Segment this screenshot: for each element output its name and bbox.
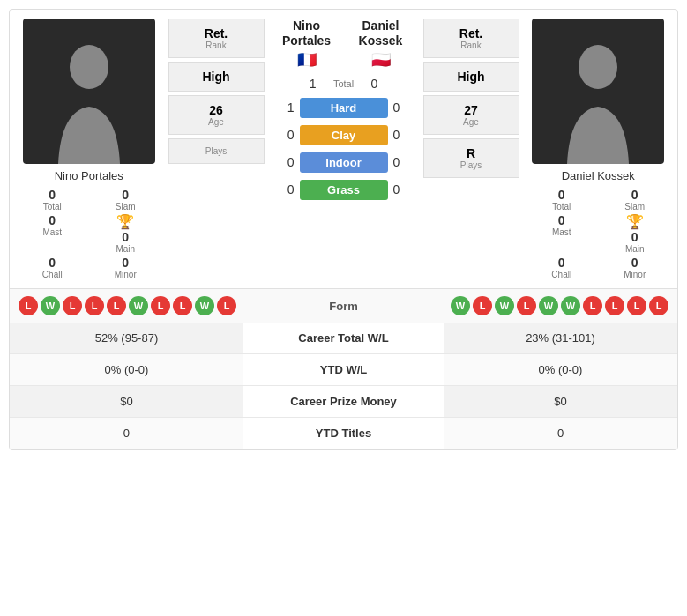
- left-form-badge: L: [151, 296, 170, 315]
- stats-row: 52% (95-87) Career Total W/L 23% (31-101…: [10, 323, 677, 354]
- left-age-box: 26 Age: [168, 95, 265, 135]
- center-stats: Nino Portales 🇫🇷 Daniel Kossek 🇵🇱 1 Tota…: [265, 19, 423, 279]
- left-avatar-silhouette: [45, 41, 133, 164]
- stats-center-3: YTD Titles: [243, 418, 444, 449]
- stats-right-2: $0: [444, 386, 677, 418]
- left-player-header-name: Nino Portales 🇫🇷: [272, 19, 342, 70]
- left-high-box: High: [168, 62, 265, 92]
- stats-center-0: Career Total W/L: [243, 323, 444, 354]
- stats-left-2: $0: [10, 386, 243, 418]
- right-total-stat: 0 Total: [532, 188, 591, 212]
- right-form-badge: W: [539, 296, 558, 315]
- left-mast-stat: 0 Mast: [23, 213, 82, 254]
- right-avatar-silhouette: [554, 41, 642, 164]
- right-form-badge: L: [649, 296, 668, 315]
- right-plays-box: R Plays: [423, 138, 519, 178]
- stats-center-1: YTD W/L: [243, 354, 444, 386]
- left-minor-stat: 0 Minor: [96, 256, 155, 279]
- stats-row: 0 YTD Titles 0: [10, 418, 677, 449]
- hard-row: 1 Hard 0: [268, 94, 420, 122]
- stats-left-0: 52% (95-87): [10, 323, 243, 354]
- form-label: Form: [309, 300, 379, 313]
- left-form-badge: L: [217, 296, 236, 315]
- clay-row: 0 Clay 0: [268, 122, 420, 149]
- left-side-stats: Ret. Rank High 26 Age Plays: [168, 19, 265, 279]
- left-total-stat: 0 Total: [23, 188, 82, 212]
- right-mast-stat: 0 Mast: [532, 213, 591, 254]
- left-form-badge: L: [173, 296, 192, 315]
- right-chall-stat: 0 Chall: [532, 256, 591, 279]
- right-form-badge: L: [473, 296, 492, 315]
- stats-right-1: 0% (0-0): [444, 354, 677, 386]
- stats-row: 0% (0-0) YTD W/L 0% (0-0): [10, 354, 677, 386]
- left-form-badge: W: [129, 296, 148, 315]
- hard-badge: Hard: [300, 98, 388, 118]
- left-player-avatar: [23, 19, 155, 164]
- left-chall-stat: 0 Chall: [23, 256, 82, 279]
- right-rank-box: Ret. Rank: [423, 19, 519, 58]
- right-form-badge: L: [605, 296, 624, 315]
- total-row: 1 Total 0: [268, 73, 420, 94]
- right-form-badge: W: [561, 296, 580, 315]
- right-form-badges: WLWLWWLLLL: [379, 296, 669, 315]
- left-player-name: Nino Portales: [55, 169, 123, 182]
- indoor-row: 0 Indoor 0: [268, 149, 420, 176]
- stats-right-3: 0: [444, 418, 677, 449]
- right-age-box: 27 Age: [423, 95, 519, 135]
- right-player-name: Daniel Kossek: [562, 169, 635, 182]
- right-form-badge: L: [627, 296, 646, 315]
- left-form-badge: L: [63, 296, 82, 315]
- right-side-stats: Ret. Rank High 27 Age R Plays: [423, 19, 519, 279]
- grass-badge: Grass: [300, 180, 388, 200]
- right-form-badge: W: [451, 296, 470, 315]
- right-minor-stat: 0 Minor: [605, 256, 664, 279]
- left-form-badge: L: [85, 296, 104, 315]
- stats-right-0: 23% (31-101): [444, 323, 677, 354]
- left-flag: 🇫🇷: [272, 50, 342, 70]
- stats-center-2: Career Prize Money: [243, 386, 444, 418]
- right-form-badge: L: [517, 296, 536, 315]
- right-player-header-name: Daniel Kossek 🇵🇱: [346, 19, 416, 70]
- svg-point-0: [70, 45, 108, 89]
- clay-badge: Clay: [300, 125, 388, 145]
- left-form-badge: W: [195, 296, 214, 315]
- form-section: LWLLLWLLWL Form WLWLWWLLLL: [10, 288, 677, 323]
- left-form-badges: LWLLLWLLWL: [19, 296, 309, 315]
- right-trophy-icon: 🏆: [626, 213, 644, 230]
- grass-row: 0 Grass 0: [268, 176, 420, 204]
- stats-left-1: 0% (0-0): [10, 354, 243, 386]
- stats-row: $0 Career Prize Money $0: [10, 386, 677, 418]
- stats-left-3: 0: [10, 418, 243, 449]
- left-player-section: Nino Portales 0 Total 0 Slam 0 Mast: [17, 19, 161, 279]
- left-form-badge: L: [19, 296, 38, 315]
- left-rank-box: Ret. Rank: [168, 19, 265, 58]
- left-form-badge: W: [41, 296, 60, 315]
- svg-point-1: [579, 45, 617, 89]
- right-player-section: Daniel Kossek 0 Total 0 Slam 0 Mast: [526, 19, 671, 279]
- right-slam-stat: 0 Slam: [605, 188, 664, 212]
- right-flag: 🇵🇱: [346, 50, 416, 70]
- left-plays-box: Plays: [168, 138, 265, 164]
- right-high-box: High: [423, 62, 519, 92]
- names-row: Nino Portales 🇫🇷 Daniel Kossek 🇵🇱: [268, 19, 420, 70]
- right-player-avatar: [532, 19, 664, 164]
- career-stats-table: 52% (95-87) Career Total W/L 23% (31-101…: [10, 323, 677, 449]
- left-form-badge: L: [107, 296, 126, 315]
- right-form-badge: W: [495, 296, 514, 315]
- right-form-badge: L: [583, 296, 602, 315]
- indoor-badge: Indoor: [300, 152, 388, 173]
- left-trophy-icon: 🏆: [116, 213, 134, 230]
- left-slam-stat: 0 Slam: [96, 188, 155, 212]
